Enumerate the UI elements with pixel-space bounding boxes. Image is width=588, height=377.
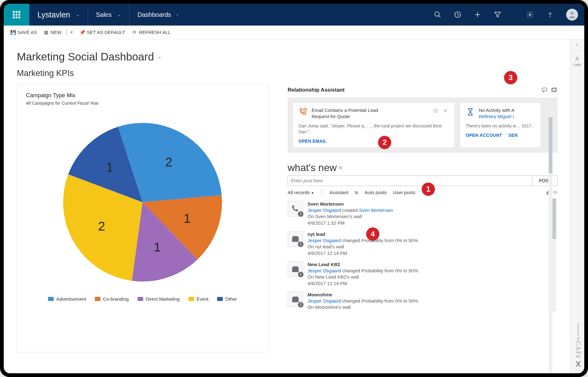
plus-icon — [474, 11, 481, 18]
snooze-button[interactable] — [432, 107, 439, 114]
collapse-pane-button[interactable]: ‹ — [570, 39, 584, 50]
post-input[interactable] — [288, 175, 532, 186]
filter-all-records[interactable]: All records ▼ — [288, 190, 314, 195]
feed-item-icon: ! — [288, 292, 303, 307]
feed-time: 4/6/2017 1:32 PM — [308, 220, 393, 226]
pie-chart: 21121 — [55, 115, 230, 289]
svg-point-0 — [435, 12, 439, 16]
legend-label: Event — [197, 296, 208, 302]
save-as-label: SAVE AS — [17, 30, 37, 35]
feed-scrollbar[interactable] — [552, 198, 556, 311]
recent-button[interactable] — [448, 4, 468, 26]
new-icon: ▦ — [44, 30, 49, 35]
activity-feed: ! Sven Mortensen Jesper Osgaard created … — [288, 198, 552, 313]
section-heading: Marketing KPIs — [4, 65, 570, 78]
new-button[interactable]: ▦NEW│▼ — [44, 30, 73, 35]
chart-title: Campaign Type Mix — [26, 92, 259, 99]
login-button[interactable]: Login — [573, 56, 581, 66]
send-link[interactable]: SEN — [508, 133, 518, 138]
assistant-card[interactable]: Email Contains a Potential Lead Request … — [293, 103, 455, 148]
alert-badge-icon: ! — [298, 241, 304, 247]
feed-item[interactable]: ! New Lead KB2 Jesper Osgaard changed Pr… — [288, 259, 552, 289]
legend-swatch — [217, 297, 223, 301]
nav-module-selector[interactable]: Sales ⌄ — [88, 4, 129, 26]
card-title-link[interactable]: Refinery Miguel I — [479, 113, 535, 120]
filter-assistant[interactable]: Assistant — [329, 190, 348, 195]
new-button[interactable] — [468, 4, 488, 26]
feed-actor-link[interactable]: Jesper Osgaard — [308, 208, 341, 213]
feed-item[interactable]: ! Moonshine Jesper Osgaard changed Proba… — [288, 289, 552, 313]
chevron-down-icon: ⌄ — [76, 12, 80, 17]
feed-item-icon: ! — [288, 231, 303, 247]
open-email-link[interactable]: OPEN EMAIL — [299, 139, 449, 144]
pin-icon: 📌 — [80, 30, 85, 35]
pie-value-label: 1 — [154, 240, 161, 254]
feed-item-name: New Lead KB2 — [308, 261, 419, 268]
feed-wall: On Moonshine's wall — [308, 304, 419, 310]
feed-actor-link[interactable]: Jesper Osgaard — [308, 238, 341, 243]
legend-swatch — [48, 297, 54, 301]
chart-legend: AdvertisementCo-brandingDirect Marketing… — [26, 296, 259, 302]
chevron-down-icon: ▼ — [311, 191, 314, 195]
search-button[interactable] — [428, 4, 448, 26]
svg-line-1 — [439, 16, 440, 17]
feed-item-icon: ! — [288, 261, 303, 277]
card-view-button[interactable] — [542, 88, 548, 93]
feed-item[interactable]: ! Sven Mortensen Jesper Osgaard created … — [288, 198, 552, 229]
chevron-right-icon: › — [177, 12, 178, 17]
filter-auto-posts[interactable]: Auto posts — [365, 190, 387, 195]
open-account-link[interactable]: OPEN ACCOUNT — [466, 133, 502, 138]
feed-item-name: Moonshine — [308, 292, 419, 298]
legend-item[interactable]: Other — [217, 296, 237, 302]
chart-card: Campaign Type Mix All Campaigns for Curr… — [16, 84, 269, 352]
filter-both-posts[interactable]: ts — [355, 190, 358, 195]
cards-icon — [551, 88, 557, 93]
save-as-button[interactable]: 💾SAVE AS — [11, 30, 37, 35]
content-area: Marketing Social Dashboard ⌄ Marketing K… — [4, 39, 570, 373]
legend-item[interactable]: Event — [188, 296, 208, 302]
filter-user-posts[interactable]: User posts — [393, 190, 415, 195]
lead-phone-icon — [299, 107, 308, 117]
dashboard-selector[interactable]: Marketing Social Dashboard ⌄ — [17, 50, 162, 63]
app-launcher-button[interactable] — [4, 4, 29, 26]
refresh-feed-button[interactable]: ⟳ — [553, 190, 557, 195]
legend-label: Co-branding — [103, 296, 129, 302]
feed-actor-link[interactable]: Jesper Osgaard — [308, 268, 341, 273]
clock-icon — [433, 108, 438, 113]
assistant-card[interactable]: No Activity with A Refinery Miguel I The… — [460, 103, 541, 148]
feed-target-link[interactable]: Sven Mortensen — [359, 208, 393, 213]
feed-actor-link[interactable]: Jesper Osgaard — [308, 298, 341, 303]
refresh-all-button[interactable]: ⟳REFRESH ALL — [132, 30, 171, 35]
refresh-icon: ⟳ — [132, 30, 137, 35]
legend-swatch — [188, 297, 194, 301]
divider: │ — [320, 190, 323, 195]
right-collapsed-pane: ‹ Login Powered by CAFé X — [570, 39, 584, 373]
settings-button[interactable] — [520, 4, 540, 26]
popout-icon[interactable]: ⧉ — [339, 165, 342, 170]
search-icon — [434, 11, 441, 18]
relationship-assistant-title: Relationship Assistant — [288, 87, 345, 93]
nav-app-selector[interactable]: Lystavlen ⌄ — [29, 4, 88, 26]
filter-button[interactable] — [488, 4, 508, 26]
feed-item[interactable]: ! nyt lead Jesper Osgaard changed Probab… — [288, 229, 552, 259]
list-view-button[interactable] — [551, 88, 557, 93]
feed-verb: changed Probability from 0% to 50%. — [341, 298, 419, 303]
post-button[interactable]: POST — [532, 175, 557, 186]
feed-verb: changed Probability from 0% to 50%. — [341, 238, 419, 243]
dismiss-button[interactable] — [442, 107, 449, 114]
set-default-button[interactable]: 📌SET AS DEFAULT — [80, 30, 125, 35]
user-avatar[interactable] — [566, 9, 578, 21]
legend-item[interactable]: Direct Marketing — [138, 296, 180, 302]
history-icon — [454, 11, 461, 18]
legend-item[interactable]: Advertisement — [48, 296, 86, 302]
nav-breadcrumb[interactable]: Dashboards › — [129, 4, 187, 26]
save-icon: 💾 — [11, 30, 16, 35]
chevron-down-icon: ⌄ — [158, 54, 162, 59]
help-button[interactable] — [540, 4, 560, 26]
speech-icon — [542, 88, 548, 93]
legend-item[interactable]: Co-branding — [95, 296, 129, 302]
nav-app-label: Lystavlen — [37, 10, 70, 19]
chevron-down-icon[interactable]: ▼ — [70, 31, 73, 34]
feed-time: 4/6/2017 12:14 PM — [308, 250, 419, 256]
chart-subtitle: All Campaigns for Current Fiscal Year — [26, 101, 259, 106]
